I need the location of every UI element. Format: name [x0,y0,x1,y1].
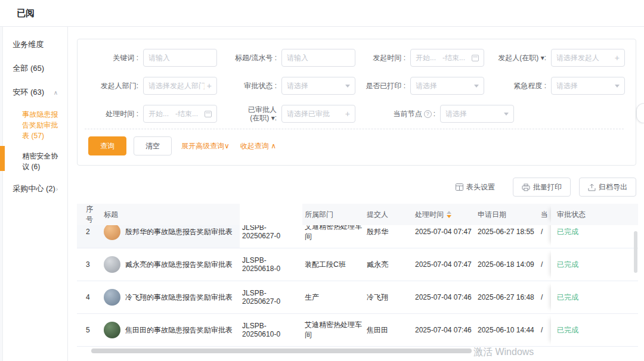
title-serial-label: 标题/流水号 : [217,54,277,62]
row-submitter: 臧永亮 [364,260,413,270]
keyword-input[interactable] [143,49,217,67]
col-current-node: 当 [541,210,551,220]
row-title[interactable]: 冷飞翔的事故隐患报告奖励审批表 [125,292,233,303]
row-submitter: 殷邦华 [364,227,413,237]
printed-select[interactable]: 请选择 [410,77,484,95]
initiator-picker[interactable]: 请选择发起人 + [551,49,625,67]
table-row[interactable]: 5 焦田田的事故隐患报告奖励审批表 JLSPB-20250610-0 艾迪精密热… [77,314,638,347]
avatar [104,225,120,240]
clear-button[interactable]: 清空 [134,136,172,155]
col-status: 审批状态 [551,204,602,225]
horizontal-scrollbar[interactable] [91,348,472,353]
calendar-icon [472,55,479,61]
field-initiator-dept: 发起人部门: 请选择发起人部门 + [83,77,217,95]
field-current-node: 当前节点 ? : 请选择 [385,105,514,123]
row-serial: JLSPB-20250618-0 [240,256,302,273]
approval-status-select[interactable]: 请选择 [281,77,355,95]
plus-icon[interactable]: + [615,53,620,63]
handle-time-range-input[interactable]: 开始... -结束... [143,105,217,123]
sidebar-item-accident-report[interactable]: 事故隐患报告奖励审批表 (57) [3,104,67,146]
expand-icon[interactable]: › [56,186,58,192]
sidebar-section-business-dimension: 业务维度 [3,33,67,57]
initiator-dept-picker[interactable]: 请选择发起人部门 + [143,77,217,95]
col-title: 标题 [101,210,240,220]
edge-active-indicator [0,146,5,171]
row-handle-time: 2025-07-04 07:47 [413,260,475,269]
row-serial: JLSPB-20250627-0 [240,225,302,240]
table-row[interactable]: 3 臧永亮的事故隐患报告奖励审批表 JLSPB-20250618-0 装配工段C… [77,248,638,281]
row-serial: JLSPB-20250610-0 [240,322,302,338]
filter-panel: 关键词 : 标题/流水号 : 发起时间 : 开始... -结束... [77,39,636,166]
row-serial: JLSPB-20250627-0 [240,289,302,306]
row-apply-date: 2025-06-18 14:09 [475,260,541,269]
avatar [104,289,120,306]
row-apply-date: 2025-06-10 14:44 [475,326,541,334]
table-header-row: 序号 标题 所属部门 提交人 处理时间 申请日期 当 审批状态 [77,204,638,225]
plus-icon[interactable]: + [345,109,350,119]
avatar [104,256,120,273]
row-apply-date: 2025-06-27 18:55 [475,228,541,236]
query-button[interactable]: 查询 [88,136,126,155]
approval-status-label: 审批状态 : [217,82,277,90]
sidebar-item-safety-agreement[interactable]: 精密安全协议 (6) [3,146,67,177]
field-title-serial: 标题/流水号 : [217,49,355,67]
row-dept: 生产 [302,292,364,303]
col-handle-time[interactable]: 处理时间 [413,210,475,220]
row-handle-time: 2025-07-04 07:47 [413,228,475,236]
sort-icon[interactable] [447,211,451,218]
main-content: 关键词 : 标题/流水号 : 发起时间 : 开始... -结束... [68,27,644,361]
field-keyword: 关键词 : [83,49,217,67]
collapsed-side-widget[interactable] [636,103,644,123]
row-dept: 艾迪精密热处理车间 [302,320,364,340]
footer: 激活 Windows 转到“设置”以激活 Windows。 共 57 条 ‹ 1… [77,353,638,361]
dashed-divider [85,129,624,129]
col-serial [240,204,302,225]
table-settings-icon [456,183,463,191]
title-serial-input[interactable] [281,49,355,67]
collapse-icon[interactable]: ∧ [54,89,58,96]
approved-by-picker[interactable]: 请选择已审批 + [281,105,355,123]
status-badge: 已完成 [557,292,578,303]
expand-advanced-link[interactable]: 展开高级查询∨ [181,141,230,151]
row-current-node: / [541,293,551,301]
urgency-label: 紧急程度 : [484,82,546,90]
chevron-down-icon [615,85,620,88]
table-toolbar: 表头设置 批量打印 归档导出 [77,178,638,197]
col-apply-date: 申请日期 [475,210,541,220]
sidebar-item-all[interactable]: 全部 (65) [3,57,67,80]
archive-export-button[interactable]: 归档导出 [579,178,636,197]
table-row[interactable]: 4 冷飞翔的事故隐患报告奖励审批表 JLSPB-20250627-0 生产 冷飞… [77,281,638,314]
current-node-select[interactable]: 请选择 [440,105,514,123]
field-handle-time: 处理时间 : 开始... -结束... [83,105,217,123]
row-title[interactable]: 臧永亮的事故隐患报告奖励审批表 [125,260,233,270]
row-handle-time: 2025-07-04 07:46 [413,293,475,301]
initiate-time-range-input[interactable]: 开始... -结束... [410,49,484,67]
vertical-scrollbar[interactable] [634,231,637,273]
plus-icon[interactable]: + [207,81,212,91]
row-submitter: 冷飞翔 [364,292,413,303]
header-settings-button[interactable]: 表头设置 [456,182,495,192]
initiator-label: 发起人(在职) ▾: [484,54,546,62]
calendar-icon [205,111,212,117]
row-title[interactable]: 焦田田的事故隐患报告奖励审批表 [125,325,233,335]
field-approval-status: 审批状态 : 请选择 [217,77,355,95]
field-initiator: 发起人(在职) ▾: 请选择发起人 + [484,49,625,67]
left-edge-strip [0,27,3,361]
sidebar-item-anhuan[interactable]: 安环 (63) ∧ [3,80,67,104]
row-current-node: / [541,228,551,236]
col-submitter: 提交人 [364,210,413,220]
urgency-select[interactable]: 请选择 [551,77,625,95]
collapse-query-link[interactable]: 收起查询 ∧ [240,141,276,151]
row-title[interactable]: 殷邦华的事故隐患报告奖励审批表 [125,227,233,237]
row-current-node: / [541,326,551,334]
status-badge: 已完成 [557,260,578,270]
row-dept: 装配工段C班 [302,260,364,270]
field-printed: 是否已打印 : 请选择 [355,77,484,95]
batch-print-button[interactable]: 批量打印 [513,178,571,197]
help-icon[interactable]: ? [424,110,432,118]
sidebar-item-purchase-center[interactable]: 采购中心 (2) › [3,177,67,201]
results-table: 序号 标题 所属部门 提交人 处理时间 申请日期 当 审批状态 2 殷邦华的 [77,204,638,353]
row-handle-time: 2025-07-04 07:46 [413,326,475,334]
table-row[interactable]: 2 殷邦华的事故隐患报告奖励审批表 JLSPB-20250627-0 艾迪精密热… [77,225,638,248]
col-dept: 所属部门 [302,210,364,220]
